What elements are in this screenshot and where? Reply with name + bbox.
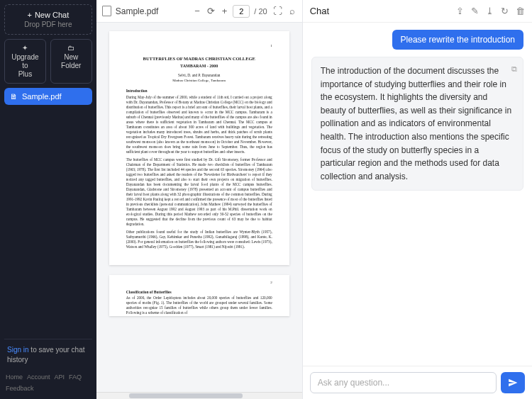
sidebar-file-item[interactable]: 🗎 Sample.pdf	[4, 88, 92, 105]
chat-body: Please rewrite the introduction The intr…	[303, 23, 532, 366]
chat-title: Chat	[310, 6, 456, 16]
doc-subtitle: TAMBARAM - 2000	[126, 63, 272, 69]
chat-input[interactable]	[310, 372, 497, 393]
plus-icon: +	[27, 11, 31, 19]
sidebar: +New Chat Drop PDF here ✦ Upgrade toPlus…	[0, 0, 96, 399]
zoom-in-icon[interactable]: +	[221, 6, 229, 16]
upgrade-line2: Plus	[18, 70, 32, 78]
user-message-row: Please rewrite the introduction	[311, 30, 523, 50]
scrollbar-thumb[interactable]	[129, 393, 243, 398]
document-icon	[102, 6, 111, 16]
assistant-message: The introduction of the document discuss…	[311, 57, 523, 191]
doc-authors: Selvi, D. and P. Dayanandan	[126, 73, 272, 78]
new-chat-sub: Drop PDF here	[8, 21, 89, 28]
pdf-viewer: Sample.pdf − ⟳ + / 20 ⛶ ⌕ 1 BUTTERFLIES …	[96, 0, 303, 399]
pdf-page: 2 Classification of Butterflies As of 20…	[109, 275, 289, 316]
send-icon	[508, 378, 518, 388]
upgrade-line1: Upgrade to	[11, 53, 38, 69]
viewer-toolbar: Sample.pdf − ⟳ + / 20 ⛶ ⌕	[96, 0, 302, 23]
footer-faq[interactable]: FAQ	[69, 373, 82, 381]
footer-links: Home Account API FAQ Feedback	[4, 371, 92, 395]
document-icon: 🗎	[10, 92, 18, 101]
page-num-top: 2	[126, 281, 272, 286]
footer-home[interactable]: Home	[6, 373, 23, 381]
horizontal-scrollbar[interactable]	[96, 392, 302, 399]
class-para-1: As of 2000, the Order Lepidoptera includ…	[126, 296, 272, 315]
page-number-input[interactable]	[233, 5, 250, 18]
new-chat-label: New Chat	[35, 11, 69, 19]
folder-plus-icon: 🗀	[67, 44, 74, 52]
assistant-message-row: The introduction of the document discuss…	[311, 57, 523, 191]
user-message: Please rewrite the introduction	[392, 30, 523, 50]
zoom-out-icon[interactable]: −	[193, 6, 201, 16]
footer-feedback[interactable]: Feedback	[6, 385, 34, 392]
page-num-top: 1	[126, 44, 272, 49]
doc-affil: Madras Christian College, Tambaram	[126, 79, 272, 84]
sparkle-icon: ✦	[22, 44, 28, 52]
intro-para-2: The butterflies of MCC campus were first…	[126, 157, 272, 227]
chat-panel: Chat ⇪ ✎ ⤓ ↻ 🗑 Please rewrite the introd…	[303, 0, 532, 399]
footer-api[interactable]: API	[55, 373, 65, 381]
sidebar-file-name: Sample.pdf	[22, 92, 62, 101]
page-total: / 20	[254, 7, 267, 16]
edit-icon[interactable]: ✎	[471, 6, 479, 16]
fit-width-icon[interactable]: ⛶	[272, 6, 284, 16]
doc-title: BUTTERFLIES OF MADRAS CHRISTIAN COLLEGE	[126, 56, 272, 62]
signin-link[interactable]: Sign in	[7, 346, 29, 354]
footer-account[interactable]: Account	[27, 373, 50, 381]
send-button[interactable]	[501, 372, 525, 393]
refresh-icon[interactable]: ↻	[501, 6, 509, 16]
chat-header: Chat ⇪ ✎ ⤓ ↻ 🗑	[303, 0, 532, 23]
viewer-body[interactable]: 1 BUTTERFLIES OF MADRAS CHRISTIAN COLLEG…	[96, 23, 302, 399]
viewer-title: Sample.pdf	[116, 6, 159, 16]
search-icon[interactable]: ⌕	[288, 6, 297, 16]
intro-para-3: Other publications found useful for the …	[126, 230, 272, 249]
heading-intro: Introduction	[126, 89, 272, 94]
copy-icon[interactable]: ⧉	[511, 63, 517, 75]
newfolder-line2: Folder	[61, 62, 81, 69]
download-icon[interactable]: ⤓	[486, 6, 494, 16]
new-chat-button[interactable]: +New Chat Drop PDF here	[4, 4, 92, 35]
signin-prompt: Sign in to save your chat history	[4, 339, 92, 371]
delete-icon[interactable]: 🗑	[516, 6, 525, 16]
pdf-page: 1 BUTTERFLIES OF MADRAS CHRISTIAN COLLEG…	[109, 31, 289, 265]
zoom-reset-icon[interactable]: ⟳	[206, 6, 216, 16]
newfolder-line1: New	[64, 53, 78, 61]
intro-para-1: During May-July of the summer of 2000, w…	[126, 95, 272, 154]
share-icon[interactable]: ⇪	[456, 6, 464, 16]
new-folder-button[interactable]: 🗀 NewFolder	[50, 39, 92, 84]
chat-input-row	[303, 366, 532, 399]
heading-class: Classification of Butterflies	[126, 290, 272, 295]
assistant-text: The introduction of the document discuss…	[321, 66, 511, 181]
upgrade-button[interactable]: ✦ Upgrade toPlus	[4, 39, 46, 84]
